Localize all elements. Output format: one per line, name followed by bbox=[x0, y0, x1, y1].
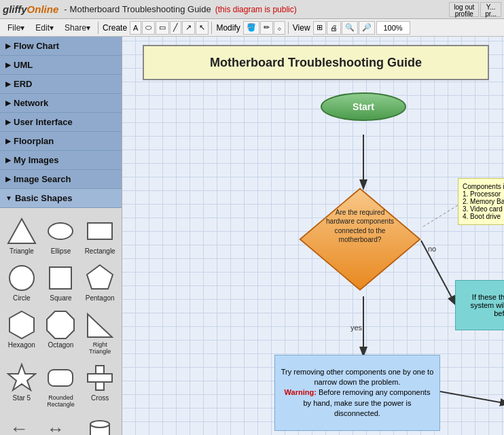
menubar: File▾ Edit▾ Share▾ Create A ⬭ ▭ ╱ ↗ ↖ Mo… bbox=[0, 19, 504, 37]
sidebar-item-floorplan[interactable]: ▶ Floorplan bbox=[0, 132, 122, 151]
menu-file[interactable]: File▾ bbox=[3, 21, 29, 35]
shape-pentagon[interactable]: Pentagon bbox=[81, 260, 119, 304]
shape-star5[interactable]: Star 5 bbox=[3, 360, 41, 411]
svg-marker-7 bbox=[47, 311, 74, 338]
modify-label: Modify bbox=[216, 23, 240, 33]
zoom-input[interactable] bbox=[376, 21, 410, 35]
view-tools: ⊞ 🖨 🔍 🔎 bbox=[313, 21, 375, 35]
view-label: View bbox=[293, 23, 310, 33]
uml-arrow: ▶ bbox=[5, 61, 11, 69]
separator2 bbox=[211, 22, 212, 34]
shape-square[interactable]: Square bbox=[42, 260, 80, 304]
floorplan-arrow: ▶ bbox=[5, 137, 11, 145]
floorplan-label: Floorplan bbox=[14, 136, 54, 146]
shape-ellipse-label: Ellipse bbox=[51, 247, 71, 255]
shape-rounded-rectangle[interactable]: RoundedRectangle bbox=[42, 360, 80, 411]
user-profile-button[interactable]: Y...pr... bbox=[480, 2, 501, 17]
sidebar-item-my-images[interactable]: ▶ My Images bbox=[0, 151, 122, 170]
shape-circle-label: Circle bbox=[13, 294, 31, 302]
modify-pen[interactable]: ✏ bbox=[260, 21, 273, 35]
create-tools: A ⬭ ▭ ╱ ↗ ↖ bbox=[130, 21, 209, 35]
network-label: Network bbox=[14, 98, 48, 108]
note-item-4: 4. Boot drive bbox=[463, 213, 504, 220]
diagram-title-bar: Motherboard Troubleshooting Guide bbox=[70, 4, 211, 14]
svg-marker-6 bbox=[10, 311, 34, 338]
create-arrow[interactable]: ↗ bbox=[182, 21, 195, 35]
diagram-title: Motherboard Troubleshooting Guide bbox=[143, 45, 489, 80]
shape-arrow45-single[interactable]: ← Arrow 45Single bbox=[3, 413, 41, 435]
create-shape-a[interactable]: A bbox=[130, 21, 141, 35]
uml-label: UML bbox=[14, 60, 33, 70]
svg-rect-4 bbox=[50, 267, 71, 289]
sidebar-item-user-interface[interactable]: ▶ User Interface bbox=[0, 113, 122, 132]
shape-cylinder[interactable]: Cylinder bbox=[81, 413, 119, 435]
view-zoom-in[interactable]: 🔎 bbox=[359, 21, 375, 35]
ui-label: User Interface bbox=[14, 117, 73, 127]
modify-align[interactable]: ⬦ bbox=[274, 21, 285, 35]
shape-hexagon[interactable]: Hexagon bbox=[3, 307, 41, 358]
svg-marker-5 bbox=[87, 265, 113, 289]
create-oval[interactable]: ⬭ bbox=[142, 21, 155, 35]
shape-cross[interactable]: Cross bbox=[81, 360, 119, 411]
svg-text:Start: Start bbox=[353, 101, 374, 112]
sidebar-item-image-search[interactable]: ▶ Image Search bbox=[0, 170, 122, 189]
shape-right-triangle[interactable]: RightTriangle bbox=[81, 307, 119, 358]
image-search-label: Image Search bbox=[14, 174, 71, 184]
logout-button[interactable]: log outprofile bbox=[449, 2, 479, 17]
diagram: Motherboard Troubleshooting Guide Start bbox=[122, 37, 504, 435]
svg-rect-10 bbox=[48, 370, 73, 386]
separator1 bbox=[98, 22, 98, 34]
sidebar-item-basic-shapes[interactable]: ▼ Basic Shapes bbox=[0, 189, 122, 208]
shape-pentagon-label: Pentagon bbox=[86, 294, 115, 302]
sidebar-item-flow-chart[interactable]: ▶ Flow Chart bbox=[0, 37, 122, 56]
create-label: Create bbox=[103, 23, 127, 33]
sidebar-item-network[interactable]: ▶ Network bbox=[0, 94, 122, 113]
note-item-3: 3. Video card bbox=[463, 205, 504, 213]
note-item-2: 2. Memory Bank bbox=[463, 198, 504, 205]
create-line[interactable]: ╱ bbox=[170, 21, 181, 35]
svg-text:↔: ↔ bbox=[47, 419, 65, 435]
shape-triangle[interactable]: Triangle bbox=[3, 213, 41, 258]
shape-octagon[interactable]: Octagon bbox=[42, 307, 80, 358]
sidebar-item-uml[interactable]: ▶ UML bbox=[0, 56, 122, 75]
shapes-grid: Triangle Ellipse Rectangle Circle bbox=[3, 213, 119, 435]
view-zoom-out[interactable]: 🔍 bbox=[342, 21, 358, 35]
process-box1[interactable]: If these things are not there, the syste… bbox=[455, 280, 504, 330]
shape-rectangle-label: Rectangle bbox=[85, 247, 115, 255]
basic-shapes-arrow: ▼ bbox=[5, 194, 12, 202]
yes-label-1: yes bbox=[350, 324, 362, 332]
app-logo: gliffyOnline bbox=[3, 3, 58, 15]
topbar: gliffyOnline - Motherboard Troubleshooti… bbox=[0, 0, 504, 19]
svg-rect-2 bbox=[88, 223, 112, 239]
view-grid[interactable]: ⊞ bbox=[313, 21, 326, 35]
erd-label: ERD bbox=[14, 79, 32, 89]
shape-rectangle[interactable]: Rectangle bbox=[81, 213, 119, 258]
create-cursor[interactable]: ↖ bbox=[196, 21, 209, 35]
shape-right-triangle-label: RightTriangle bbox=[89, 341, 111, 355]
shape-star5-label: Star 5 bbox=[12, 394, 31, 402]
svg-line-23 bbox=[440, 392, 504, 404]
diamond-decision[interactable]: Are the required hardware components con… bbox=[298, 185, 433, 300]
create-rect[interactable]: ▭ bbox=[156, 21, 169, 35]
sidebar: ▶ Flow Chart ▶ UML ▶ ERD ▶ Network ▶ bbox=[0, 37, 122, 435]
shape-cross-label: Cross bbox=[91, 394, 109, 402]
note-title: Components include: bbox=[463, 183, 504, 190]
start-shape[interactable]: Start bbox=[319, 91, 408, 122]
shape-ellipse[interactable]: Ellipse bbox=[42, 213, 80, 258]
no-label-1: no bbox=[428, 245, 436, 253]
shape-octagon-label: Octagon bbox=[48, 341, 74, 349]
sidebar-item-erd[interactable]: ▶ ERD bbox=[0, 75, 122, 94]
svg-point-1 bbox=[48, 223, 73, 239]
view-print[interactable]: 🖨 bbox=[327, 21, 341, 35]
shape-circle[interactable]: Circle bbox=[3, 260, 41, 304]
my-images-label: My Images bbox=[14, 155, 58, 165]
svg-marker-9 bbox=[8, 364, 35, 390]
menu-share[interactable]: Share▾ bbox=[60, 21, 95, 35]
shape-arrow45-double[interactable]: ↔ Arrow 45Double bbox=[42, 413, 80, 435]
canvas-area[interactable]: Motherboard Troubleshooting Guide Start bbox=[122, 37, 504, 435]
menu-edit[interactable]: Edit▾ bbox=[31, 21, 58, 35]
warning-text: Warning: bbox=[285, 388, 317, 396]
svg-point-16 bbox=[90, 421, 109, 428]
process-box2[interactable]: Try removing other components one by one… bbox=[274, 355, 440, 431]
modify-fill[interactable]: 🪣 bbox=[243, 21, 259, 35]
